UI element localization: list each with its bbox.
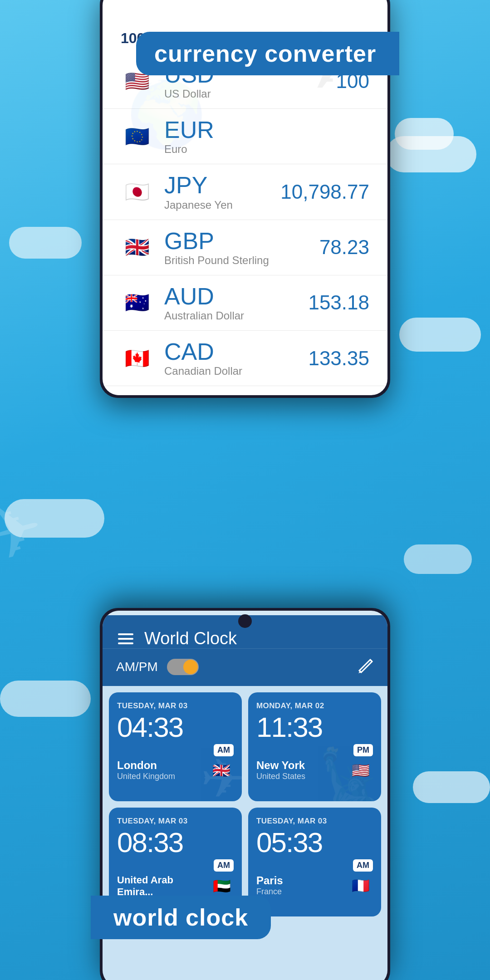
cad-flag: 🇨🇦 bbox=[121, 342, 153, 375]
paris-ampm-badge: AM bbox=[353, 859, 373, 872]
london-date: TUESDAY, MAR 03 bbox=[117, 701, 234, 710]
newyork-country: United States bbox=[256, 772, 305, 781]
usd-name: US Dollar bbox=[164, 88, 336, 100]
newyork-flag: 🇺🇸 bbox=[348, 762, 373, 779]
uae-city: United Arab Emira... bbox=[117, 874, 210, 898]
gbp-value: 78.23 bbox=[319, 236, 369, 259]
paris-time: 05:33 bbox=[256, 828, 373, 857]
notch bbox=[238, 614, 252, 628]
ampm-label: AM/PM bbox=[116, 660, 158, 674]
clock-card-london[interactable]: ✈ TUESDAY, MAR 03 04:33 AM London United… bbox=[109, 692, 242, 801]
aud-value: 153.18 bbox=[308, 291, 369, 314]
currency-row-gbp[interactable]: 🇬🇧 GBP British Pound Sterling 78.23 bbox=[103, 220, 387, 275]
aud-code: AUD bbox=[164, 284, 308, 309]
edit-button[interactable] bbox=[358, 658, 374, 676]
jpy-info: JPY Japanese Yen bbox=[164, 172, 280, 211]
london-city: London bbox=[117, 759, 175, 772]
aud-info: AUD Australian Dollar bbox=[164, 284, 308, 322]
uae-ampm-badge: AM bbox=[214, 859, 234, 872]
gbp-code: GBP bbox=[164, 228, 319, 254]
toggle-knob bbox=[183, 660, 198, 674]
world-clock-banner: world clock bbox=[91, 896, 271, 939]
newyork-city: New York bbox=[256, 759, 305, 772]
aud-flag: 🇦🇺 bbox=[121, 286, 153, 319]
uae-city-row: United Arab Emira... 🇦🇪 bbox=[117, 874, 234, 898]
eur-flag: 🇪🇺 bbox=[121, 120, 153, 153]
eur-name: Euro bbox=[164, 143, 369, 156]
cad-name: Canadian Dollar bbox=[164, 365, 308, 377]
ampm-toggle[interactable] bbox=[167, 659, 199, 675]
london-city-row: London United Kingdom 🇬🇧 bbox=[117, 759, 234, 781]
currency-banner: currency converter bbox=[136, 32, 399, 75]
hamburger-menu-button[interactable] bbox=[116, 632, 135, 646]
newyork-city-row: New York United States 🇺🇸 bbox=[256, 759, 373, 781]
currency-banner-text: currency converter bbox=[154, 40, 376, 67]
paris-city: Paris bbox=[256, 874, 283, 887]
jpy-flag: 🇯🇵 bbox=[121, 176, 153, 208]
newyork-date: MONDAY, MAR 02 bbox=[256, 701, 373, 710]
currency-row-cad[interactable]: 🇨🇦 CAD Canadian Dollar 133.35 bbox=[103, 331, 387, 386]
currency-row-eur[interactable]: 🇪🇺 EUR Euro bbox=[103, 109, 387, 164]
uae-flag: 🇦🇪 bbox=[210, 878, 234, 894]
aud-name: Australian Dollar bbox=[164, 309, 308, 322]
gbp-name: British Pound Sterling bbox=[164, 254, 319, 267]
eur-info: EUR Euro bbox=[164, 117, 369, 156]
london-time: 04:33 bbox=[117, 713, 234, 741]
london-flag: 🇬🇧 bbox=[209, 762, 234, 779]
cad-info: CAD Canadian Dollar bbox=[164, 339, 308, 377]
paris-country: France bbox=[256, 887, 283, 897]
clock-title: World Clock bbox=[144, 629, 374, 648]
currency-row-jpy[interactable]: 🇯🇵 JPY Japanese Yen 10,798.77 bbox=[103, 164, 387, 220]
jpy-name: Japanese Yen bbox=[164, 199, 280, 211]
gbp-flag: 🇬🇧 bbox=[121, 231, 153, 264]
cad-code: CAD bbox=[164, 339, 308, 365]
newyork-time: 11:33 bbox=[256, 713, 373, 741]
clock-card-newyork[interactable]: 🗽 MONDAY, MAR 02 11:33 PM New York Unite… bbox=[248, 692, 381, 801]
london-country: United Kingdom bbox=[117, 772, 175, 781]
jpy-value: 10,798.77 bbox=[280, 181, 369, 203]
world-clock-banner-text: world clock bbox=[113, 904, 248, 931]
jpy-code: JPY bbox=[164, 172, 280, 198]
uae-date: TUESDAY, MAR 03 bbox=[117, 817, 234, 826]
paris-flag: 🇫🇷 bbox=[348, 877, 373, 894]
london-ampm-badge: AM bbox=[214, 744, 234, 756]
uae-time: 08:33 bbox=[117, 828, 234, 857]
paris-city-row: Paris France 🇫🇷 bbox=[256, 874, 373, 897]
currency-phone: currency converter ✈ 🌍 100 USD equals: 🇺… bbox=[100, 0, 390, 398]
pencil-icon bbox=[358, 658, 374, 674]
eur-code: EUR bbox=[164, 117, 369, 143]
currency-row-aud[interactable]: 🇦🇺 AUD Australian Dollar 153.18 bbox=[103, 275, 387, 331]
cad-value: 133.35 bbox=[308, 347, 369, 370]
clock-grid: ✈ TUESDAY, MAR 03 04:33 AM London United… bbox=[103, 686, 387, 923]
paris-date: TUESDAY, MAR 03 bbox=[256, 817, 373, 826]
newyork-ampm-badge: PM bbox=[353, 744, 373, 756]
world-clock-phone: world clock World Clock AM/PM bbox=[100, 608, 390, 980]
clock-card-paris[interactable]: TUESDAY, MAR 03 05:33 AM Paris France 🇫🇷 bbox=[248, 808, 381, 916]
gbp-info: GBP British Pound Sterling bbox=[164, 228, 319, 267]
ampm-row: AM/PM bbox=[103, 648, 387, 686]
